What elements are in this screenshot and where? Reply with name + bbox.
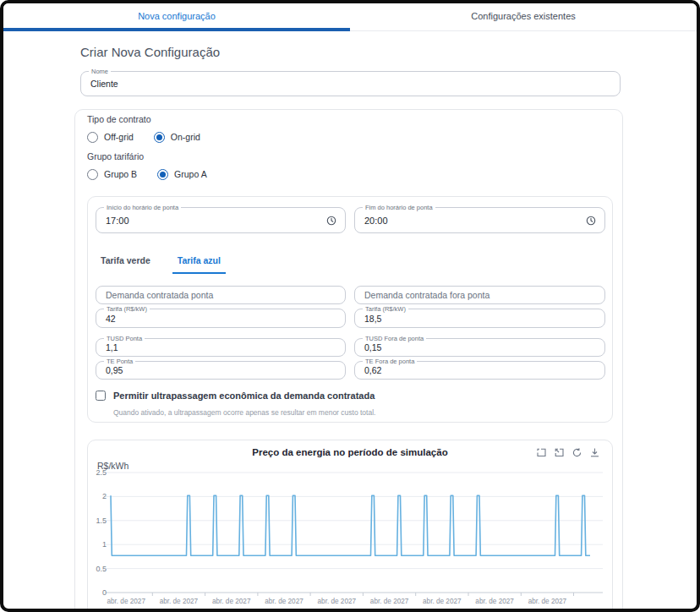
x-tick-label: abr. de 2027 [212,598,251,605]
radio-label: Grupo B [104,169,137,179]
x-tick-label: abr. de 2027 [370,598,409,605]
tusd-fora-value: 0,15 [364,339,381,356]
overrun-label: Permitir ultrapassagem econômica da dema… [113,391,375,401]
restore-icon[interactable] [571,447,582,458]
tariff-subtabs: Tarifa verde Tarifa azul [96,252,226,272]
zoom-reset-icon[interactable] [554,447,565,458]
main-tabbar: Nova configuração Configurações existent… [3,3,697,31]
app-window: Nova configuração Configurações existent… [0,0,700,612]
te-fora-ponta-input[interactable]: TE Fora de ponta 0,62 [354,361,605,380]
overrun-checkbox-row[interactable]: Permitir ultrapassagem econômica da dema… [96,391,375,401]
demanda-fora-placeholder: Demanda contratada fora ponta [364,287,489,303]
tusd-fora-ponta-input[interactable]: TUSD Fora de ponta 0,15 [354,338,605,357]
chart-toolbar [536,447,600,458]
demanda-contratada-ponta-input[interactable]: Demanda contratada ponta [96,286,346,304]
te-fora-value: 0,62 [364,362,381,379]
demanda-ponta-placeholder: Demanda contratada ponta [106,287,213,303]
price-series-line [111,495,590,555]
radio-grupo-b[interactable]: Grupo B [87,169,137,180]
peak-start-value: 17:00 [106,208,129,232]
x-tick-label: abr. de 2027 [423,598,462,605]
radio-off-grid[interactable]: Off-grid [87,132,134,143]
x-tick-label: abr. de 2027 [528,598,567,605]
tarifa-fora-ponta-input[interactable]: Tarifa (R$/kW) 18,5 [354,309,605,328]
radio-label: On-grid [171,132,200,142]
download-icon[interactable] [589,447,600,458]
radio-row: Grupo BGrupo A [87,167,510,182]
tab-configuracoes-existentes[interactable]: Configurações existentes [350,3,697,29]
te-ponta-value: 0,95 [106,362,123,379]
section-label: Grupo tarifário [87,151,510,161]
y-tick-label: 1.5 [96,516,107,525]
radio-button-icon [154,132,165,143]
radio-on-grid[interactable]: On-grid [154,132,200,143]
radio-label: Off-grid [104,132,134,142]
x-tick-label: abr. de 2027 [107,598,145,605]
overrun-checkbox[interactable] [96,391,106,401]
x-tick-label: abr. de 2027 [318,598,357,605]
zoom-select-icon[interactable] [536,447,547,458]
tusd-ponta-input[interactable]: TUSD Ponta 1,1 [96,338,346,357]
overrun-helper-text: Quando ativado, a ultrapassagem ocorre a… [113,408,375,417]
active-tab-indicator [3,28,350,31]
peak-end-input[interactable]: Fim do horário de ponta 20:00 [354,207,605,233]
page-title: Criar Nova Configuração [80,45,220,59]
tarifa-ponta-input[interactable]: Tarifa (R$/kW) 42 [96,309,346,328]
radio-grupo-a[interactable]: Grupo A [157,169,207,180]
chart-title: Preço da energia no período de simulação [88,447,612,457]
price-chart[interactable]: 00.511.522.5abr. de 2027abr. de 2027abr.… [88,440,614,612]
chart-y-axis-label: R$/kWh [97,461,129,471]
y-tick-label: 1 [102,540,107,549]
section-label: Tipo de contrato [87,114,510,124]
tarifa-ponta-value: 42 [106,309,116,327]
y-tick-label: 0.5 [96,565,107,573]
x-tick-label: abr. de 2027 [475,598,514,605]
clock-icon[interactable] [586,216,596,226]
tusd-ponta-value: 1,1 [106,339,118,356]
peak-end-value: 20:00 [364,208,388,232]
radio-button-icon [87,132,98,143]
clock-icon[interactable] [326,216,336,226]
radio-button-icon [157,169,168,180]
x-tick-label: abr. de 2027 [160,598,199,605]
te-ponta-input[interactable]: TE Ponta 0,95 [96,361,346,380]
name-input-value: Cliente [90,72,118,96]
contract-radio-groups: Tipo de contratoOff-gridOn-gridGrupo tar… [87,114,510,189]
tarifa-fora-value: 18,5 [364,309,381,327]
window-frame: Nova configuração Configurações existent… [0,0,700,612]
radio-button-icon [87,169,98,180]
tab-tarifa-verde[interactable]: Tarifa verde [96,252,156,272]
radio-row: Off-gridOn-grid [87,129,510,145]
price-chart-card: 00.511.522.5abr. de 2027abr. de 2027abr.… [87,440,613,612]
tab-nova-configuracao[interactable]: Nova configuração [3,3,350,29]
y-tick-label: 0 [102,588,107,597]
y-tick-label: 2 [102,492,107,500]
demanda-contratada-fora-ponta-input[interactable]: Demanda contratada fora ponta [354,286,605,304]
tab-tarifa-azul[interactable]: Tarifa azul [172,252,226,272]
name-input[interactable]: Nome Cliente [80,71,621,96]
radio-label: Grupo A [174,169,207,179]
x-tick-label: abr. de 2027 [265,598,304,605]
peak-start-input[interactable]: Início do horário de ponta 17:00 [96,207,346,233]
